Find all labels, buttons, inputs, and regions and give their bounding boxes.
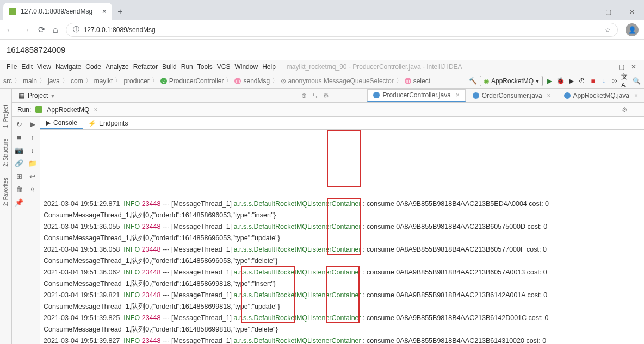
run-config-dropdown[interactable]: ◉ AppRocketMQ ▾: [480, 76, 543, 86]
browser-tab-active[interactable]: 127.0.0.1:8089/sendMsg ×: [3, 3, 112, 20]
back-icon[interactable]: ←: [5, 25, 14, 35]
down-icon[interactable]: ↓: [27, 144, 39, 156]
search-icon[interactable]: 🔍: [632, 77, 641, 85]
translate-icon[interactable]: 文A: [621, 77, 630, 85]
highlight-box: [327, 130, 361, 187]
gear-icon[interactable]: ⚙: [323, 92, 329, 99]
menu-code[interactable]: Code: [83, 62, 103, 72]
git-update-icon[interactable]: ↓: [599, 77, 608, 85]
menu-vcs[interactable]: VCS: [215, 62, 233, 72]
browser-toolbar: ← → ⟳ ⌂ ⓘ 127.0.0.1:8089/sendMsg ☆ 👤: [0, 20, 644, 40]
intellij-ide: FileEditViewNavigateCodeAnalyzeRefactorB…: [0, 60, 644, 344]
stop-icon[interactable]: ■: [13, 131, 25, 143]
project-icon: ▦: [18, 92, 24, 99]
link-icon[interactable]: 🔗: [13, 157, 25, 169]
ide-maximize-icon[interactable]: ▢: [618, 63, 624, 71]
menu-help[interactable]: Help: [260, 62, 278, 72]
stop-icon[interactable]: ■: [589, 77, 597, 85]
console-log[interactable]: 2021-03-04 19:51:29.871 INFO 23448 --- […: [40, 130, 644, 344]
new-tab-button[interactable]: +: [112, 4, 128, 20]
project-view-header[interactable]: ▦ Project ▾: [15, 92, 58, 99]
address-bar[interactable]: ⓘ 127.0.0.1:8089/sendMsg ☆: [66, 23, 618, 37]
ide-close-icon[interactable]: ✕: [631, 63, 636, 71]
menu-file[interactable]: File: [4, 62, 19, 72]
ide-menubar: FileEditViewNavigateCodeAnalyzeRefactorB…: [0, 60, 644, 73]
up-icon[interactable]: ↑: [27, 131, 39, 143]
chevron-down-icon[interactable]: ▾: [51, 92, 54, 99]
pin-icon[interactable]: 📌: [13, 196, 25, 208]
rerun-icon[interactable]: ↻: [13, 118, 25, 130]
site-info-icon[interactable]: ⓘ: [73, 25, 79, 34]
chevron-down-icon: ▾: [536, 77, 539, 85]
trash-icon[interactable]: 🗑: [13, 183, 25, 195]
editor-tab[interactable]: AppRocketMQ.java×: [558, 89, 644, 102]
menu-navigate[interactable]: Navigate: [53, 62, 83, 72]
wrap-icon[interactable]: ↩: [27, 170, 39, 182]
menu-edit[interactable]: Edit: [19, 62, 35, 72]
console-run-icon[interactable]: ▶: [27, 118, 39, 130]
ide-toolbar: src〉main〉java〉com〉mayikt〉producer〉cProdu…: [0, 73, 644, 89]
menu-tools[interactable]: Tools: [195, 62, 215, 72]
spring-icon: [35, 106, 42, 113]
coverage-icon[interactable]: ▶: [567, 77, 575, 85]
menu-window[interactable]: Window: [232, 62, 260, 72]
endpoints-tab[interactable]: ⚡ Endpoints: [83, 118, 133, 129]
folder-icon[interactable]: 📁: [27, 157, 39, 169]
menu-build[interactable]: Build: [160, 62, 179, 72]
editor-tab[interactable]: ProducerController.java×: [367, 89, 465, 102]
page-body: 1614858724009: [0, 40, 644, 60]
tab-close-icon[interactable]: ×: [102, 7, 107, 16]
menu-view[interactable]: View: [35, 62, 53, 72]
run-label: Run:: [17, 106, 31, 114]
menu-run[interactable]: Run: [179, 62, 195, 72]
maximize-icon[interactable]: ▢: [596, 4, 620, 20]
console-tabs: ▶ Console ⚡ Endpoints: [40, 117, 644, 130]
camera-icon[interactable]: 📷: [13, 144, 25, 156]
debug-icon[interactable]: 🐞: [556, 77, 565, 85]
profile-icon[interactable]: ⏱: [578, 77, 586, 85]
bookmark-icon[interactable]: ☆: [605, 26, 611, 34]
run-toolbar: Run: AppRocketMQ × ⚙ —: [12, 103, 644, 117]
favorites-tool-button[interactable]: 2: Favorites: [3, 178, 9, 206]
reload-icon[interactable]: ⟳: [38, 24, 45, 35]
layout-icon[interactable]: ⊞: [13, 170, 25, 182]
hide-icon[interactable]: —: [632, 106, 639, 114]
structure-tool-button[interactable]: 2: Structure: [3, 139, 9, 167]
console-tab[interactable]: ▶ Console: [40, 117, 83, 129]
run-gutter: ↻ ▶ ■ ↑ 📷 ↓ 🔗 📁 ⊞ ↩ 🗑 🖨 📌: [12, 117, 40, 344]
spring-icon: ◉: [484, 77, 489, 85]
project-label: Project: [28, 92, 48, 99]
target-icon[interactable]: ⊕: [301, 92, 307, 99]
history-icon[interactable]: ⏲: [610, 77, 619, 85]
profile-avatar[interactable]: 👤: [626, 23, 639, 36]
run-config-label: AppRocketMQ: [491, 77, 534, 85]
print-icon[interactable]: 🖨: [27, 183, 39, 195]
breadcrumb[interactable]: src〉main〉java〉com〉mayikt〉producer〉cProdu…: [3, 76, 430, 85]
tab-title: 127.0.0.1:8089/sendMsg: [21, 8, 98, 15]
console-tab-label: Console: [53, 119, 77, 127]
ide-window-title: mayikt_rocketmq_90 - ProducerController.…: [287, 63, 600, 71]
run-tab-label[interactable]: AppRocketMQ: [47, 106, 89, 114]
window-controls: — ▢ ✕: [572, 4, 644, 20]
menu-refactor[interactable]: Refactor: [131, 62, 160, 72]
close-tab-icon[interactable]: ×: [94, 106, 97, 114]
hide-icon[interactable]: —: [335, 92, 341, 99]
spring-favicon: [9, 8, 16, 15]
left-tool-stripe: 1: Project 2: Structure 2: Favorites: [0, 89, 12, 344]
url-text: 127.0.0.1:8089/sendMsg: [84, 26, 156, 34]
home-icon[interactable]: ⌂: [53, 25, 58, 35]
editor-tab[interactable]: OrderConsumer.java×: [467, 89, 557, 102]
browser-tabstrip: 127.0.0.1:8089/sendMsg × + — ▢ ✕: [0, 0, 644, 20]
editor-tabrow: ▦ Project ▾ ⊕ ⇆ ⚙ — ProducerController.j…: [12, 89, 644, 103]
run-icon[interactable]: ▶: [545, 77, 554, 85]
ide-minimize-icon[interactable]: —: [605, 63, 612, 71]
forward-icon[interactable]: →: [22, 25, 30, 35]
project-tool-button[interactable]: 1: Project: [3, 105, 9, 128]
collapse-icon[interactable]: ⇆: [312, 92, 318, 99]
gear-icon[interactable]: ⚙: [622, 106, 628, 114]
endpoints-icon: ⚡: [88, 120, 96, 127]
menu-analyze[interactable]: Analyze: [103, 62, 131, 72]
minimize-icon[interactable]: —: [572, 4, 596, 20]
build-hammer-icon[interactable]: 🔨: [469, 77, 478, 85]
close-window-icon[interactable]: ✕: [620, 4, 644, 20]
